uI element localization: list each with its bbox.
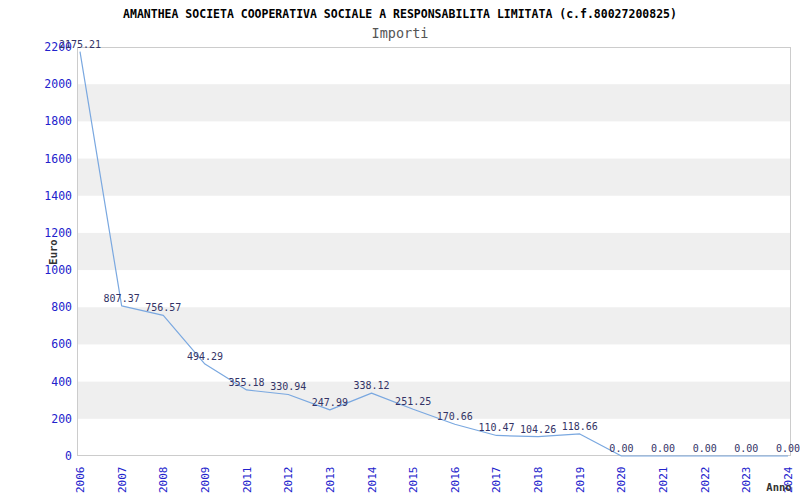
grid-band — [77, 382, 791, 419]
y-axis-name: Euro — [47, 239, 59, 264]
point-value-label: 0.00 — [651, 443, 675, 454]
x-tick-label: 2022 — [699, 467, 712, 494]
x-tick-label: 2020 — [615, 467, 628, 494]
x-tick-label: 2018 — [532, 467, 545, 494]
x-tick-label: 2023 — [740, 467, 753, 494]
x-tick-label: 2006 — [74, 467, 87, 494]
x-tick-label: 2014 — [366, 466, 379, 493]
line-chart-canvas: 0200400600800100012001400160018002000220… — [0, 0, 800, 500]
point-value-label: 756.57 — [145, 302, 181, 313]
chart-page: AMANTHEA SOCIETA COOPERATIVA SOCIALE A R… — [0, 0, 800, 500]
point-value-label: 2175.21 — [59, 39, 101, 50]
x-tick-label: 2017 — [490, 467, 503, 494]
point-value-label: 251.25 — [395, 396, 431, 407]
point-value-label: 247.99 — [312, 397, 348, 408]
point-value-label: 118.66 — [562, 421, 598, 432]
y-tick-label: 400 — [51, 375, 72, 389]
x-tick-label: 2011 — [241, 467, 254, 494]
point-value-label: 0.00 — [693, 443, 717, 454]
y-tick-label: 2000 — [44, 77, 72, 91]
point-value-label: 110.47 — [478, 422, 514, 433]
point-value-label: 170.66 — [437, 411, 473, 422]
point-value-label: 104.26 — [520, 424, 556, 435]
y-tick-label: 600 — [51, 337, 72, 351]
grid-band — [77, 233, 791, 270]
x-tick-label: 2015 — [407, 467, 420, 494]
x-tick-label: 2013 — [324, 467, 337, 494]
grid-band — [77, 84, 791, 121]
point-value-label: 355.18 — [229, 377, 265, 388]
y-tick-label: 1600 — [44, 152, 72, 166]
x-tick-label: 2021 — [657, 467, 670, 494]
x-tick-label: 2012 — [282, 467, 295, 494]
grid-band — [77, 159, 791, 196]
x-tick-label: 2009 — [199, 467, 212, 494]
x-tick-label: 2008 — [157, 467, 170, 494]
y-tick-label: 1200 — [44, 226, 72, 240]
y-tick-label: 800 — [51, 300, 72, 314]
y-tick-label: 0 — [65, 449, 72, 463]
point-value-label: 0.00 — [776, 443, 800, 454]
point-value-label: 330.94 — [270, 381, 306, 392]
x-tick-label: 2019 — [574, 467, 587, 494]
x-axis-name: Anno — [766, 481, 791, 493]
y-tick-label: 200 — [51, 412, 72, 426]
x-tick-label: 2016 — [449, 467, 462, 494]
y-tick-label: 1400 — [44, 189, 72, 203]
point-value-label: 807.37 — [104, 293, 140, 304]
y-tick-label: 1800 — [44, 114, 72, 128]
point-value-label: 0.00 — [734, 443, 758, 454]
point-value-label: 338.12 — [353, 380, 389, 391]
point-value-label: 494.29 — [187, 351, 223, 362]
point-value-label: 0.00 — [609, 443, 633, 454]
x-tick-label: 2007 — [116, 467, 129, 494]
